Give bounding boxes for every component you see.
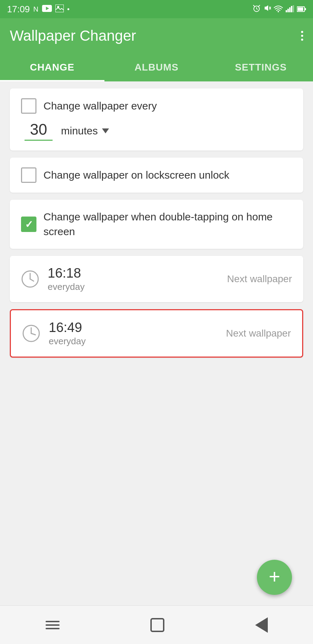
svg-marker-9 <box>265 5 268 11</box>
doubletap-checkbox[interactable] <box>21 217 36 232</box>
svg-rect-13 <box>286 10 287 12</box>
content-area: Change wallpaper every 30 minutes Change… <box>0 81 313 573</box>
nav-menu-button[interactable] <box>46 621 60 629</box>
change-every-row: Change wallpaper every <box>21 98 292 114</box>
schedule-sub-2: everyday <box>49 336 86 347</box>
schedule-info-2: 16:49 everyday <box>49 320 86 347</box>
change-every-card: Change wallpaper every 30 minutes <box>10 88 303 151</box>
change-every-checkbox[interactable] <box>21 98 36 114</box>
svg-line-26 <box>31 333 35 335</box>
lockscreen-card: Change wallpaper on lockscreen unlock <box>10 158 303 193</box>
svg-rect-17 <box>293 5 294 12</box>
tab-albums[interactable]: ALBUMS <box>104 53 209 81</box>
svg-line-8 <box>258 5 260 7</box>
wifi-icon <box>274 4 283 15</box>
nav-home-button[interactable] <box>150 618 164 632</box>
interval-unit-selector[interactable]: minutes <box>61 125 109 137</box>
add-icon: + <box>269 567 280 586</box>
tab-bar: CHANGE ALBUMS SETTINGS <box>0 53 313 81</box>
lockscreen-row: Change wallpaper on lockscreen unlock <box>21 167 292 183</box>
clock-icon-2 <box>22 324 40 343</box>
nav-back-icon <box>255 617 268 633</box>
svg-rect-15 <box>289 7 291 12</box>
status-bar-left: 17:09 N • <box>7 4 70 15</box>
nav-home-icon <box>150 618 164 632</box>
schedule-time-2: 16:49 <box>49 320 86 335</box>
battery-icon <box>297 4 306 15</box>
alarm-icon <box>253 4 260 15</box>
gallery-icon <box>55 5 64 14</box>
schedule-row-1: 16:18 everyday Next wallpaper <box>21 266 292 292</box>
schedule-card-2[interactable]: 16:49 everyday Next wallpaper <box>10 309 303 358</box>
interval-row: 30 minutes <box>21 121 292 141</box>
dropdown-arrow-icon <box>102 128 109 133</box>
doubletap-card: Change wallpaper when double-tapping on … <box>10 200 303 249</box>
interval-unit-label: minutes <box>61 125 98 137</box>
clock-icon-1 <box>21 270 39 288</box>
status-bar-right <box>253 4 306 15</box>
status-time: 17:09 <box>7 4 30 15</box>
schedule-action-2: Next wallpaper <box>226 328 291 339</box>
svg-rect-19 <box>298 7 303 11</box>
nav-menu-icon <box>46 621 60 629</box>
svg-rect-2 <box>55 5 64 12</box>
schedule-action-1: Next wallpaper <box>227 273 292 285</box>
svg-point-12 <box>278 11 279 12</box>
schedule-info-1: 16:18 everyday <box>48 266 85 292</box>
dot-icon: • <box>67 5 70 13</box>
schedule-left-1: 16:18 everyday <box>21 266 85 292</box>
svg-line-23 <box>30 279 34 281</box>
schedule-card-1[interactable]: 16:18 everyday Next wallpaper <box>10 256 303 302</box>
more-menu-button[interactable] <box>301 31 303 41</box>
schedule-sub-1: everyday <box>48 281 85 292</box>
doubletap-row: Change wallpaper when double-tapping on … <box>21 210 292 239</box>
status-bar: 17:09 N • <box>0 0 313 18</box>
app-title: Wallpaper Changer <box>10 27 136 44</box>
mute-icon <box>263 4 271 15</box>
schedule-row-2: 16:49 everyday Next wallpaper <box>22 320 291 347</box>
lockscreen-checkbox[interactable] <box>21 167 36 183</box>
schedule-left-2: 16:49 everyday <box>22 320 86 347</box>
more-dot-1 <box>301 31 303 33</box>
svg-rect-20 <box>305 8 306 10</box>
svg-rect-16 <box>291 6 292 12</box>
more-dot-3 <box>301 39 303 41</box>
lockscreen-label: Change wallpaper on lockscreen unlock <box>43 168 229 182</box>
app-bar: Wallpaper Changer <box>0 18 313 53</box>
more-dot-2 <box>301 35 303 37</box>
doubletap-label: Change wallpaper when double-tapping on … <box>43 210 292 239</box>
nav-back-button[interactable] <box>255 617 268 633</box>
youtube-icon <box>42 5 52 14</box>
tab-settings[interactable]: SETTINGS <box>209 53 313 81</box>
interval-number[interactable]: 30 <box>25 121 53 141</box>
svg-line-6 <box>257 9 258 9</box>
nav-bar <box>0 605 313 644</box>
schedule-time-1: 16:18 <box>48 266 85 281</box>
change-every-label: Change wallpaper every <box>43 99 157 113</box>
tab-change[interactable]: CHANGE <box>0 53 104 81</box>
add-schedule-fab[interactable]: + <box>257 560 292 595</box>
signal-icon <box>286 4 294 15</box>
svg-rect-14 <box>287 9 289 12</box>
svg-line-7 <box>253 5 255 7</box>
netflix-icon: N <box>33 5 38 13</box>
